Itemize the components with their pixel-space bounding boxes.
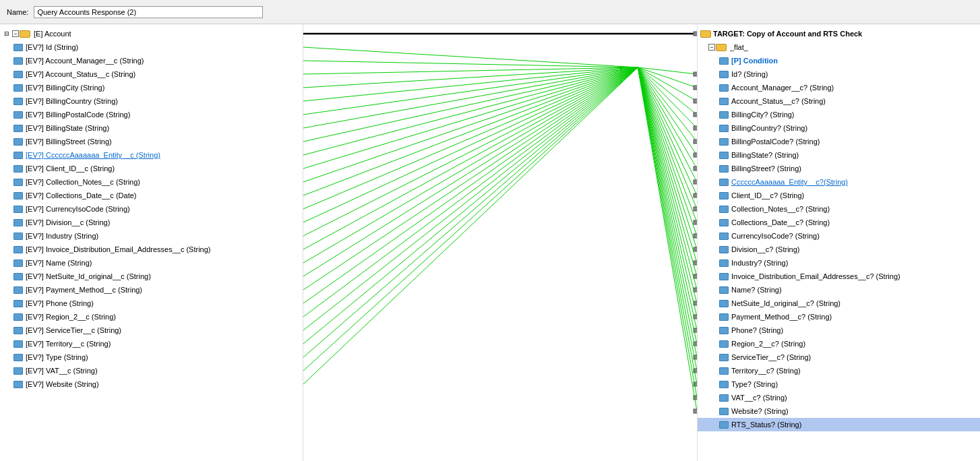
left-item[interactable]: [EV?] Region_2__c (String) [0, 310, 303, 324]
doc-icon [719, 98, 729, 105]
doc-icon [719, 421, 729, 429]
doc-icon [719, 394, 729, 402]
doc-icon [13, 246, 23, 253]
right-item[interactable]: CcccccAaaaaaa_Entity__c?(String) [698, 175, 980, 189]
right-item[interactable]: Region_2__c? (String) [698, 337, 980, 350]
right-item[interactable]: Industry? (String) [698, 256, 980, 270]
right-item[interactable]: ServiceTier__c? (String) [698, 350, 980, 364]
left-item[interactable]: [EV?] Website (String) [0, 377, 303, 391]
left-item[interactable]: [EV?] Id (String) [0, 40, 303, 54]
right-item[interactable]: CurrencyIsoCode? (String) [698, 229, 980, 243]
right-item[interactable]: Collection_Notes__c? (String) [698, 202, 980, 216]
right-item-label: CurrencyIsoCode? (String) [731, 232, 820, 240]
right-item[interactable]: Territory__c? (String) [698, 364, 980, 377]
right-item-label: Client_ID__c? (String) [731, 191, 804, 199]
right-item[interactable]: Website? (String) [698, 404, 980, 418]
right-item[interactable]: BillingCountry? (String) [698, 121, 980, 135]
right-item-label: Type? (String) [731, 380, 778, 388]
doc-icon [13, 327, 23, 334]
doc-icon [13, 192, 23, 199]
doc-icon [719, 367, 729, 375]
name-label: Name: [7, 8, 28, 16]
doc-icon [719, 381, 729, 388]
right-item-label: BillingPostalCode? (String) [731, 137, 820, 146]
flat-label: _flat_ [730, 43, 748, 51]
left-item[interactable]: [EV?] Collections_Date__c (Date) [0, 189, 303, 202]
root-node[interactable]: ⊟ − [E] Account [0, 27, 303, 40]
left-item[interactable]: [EV?] NetSuite_Id_original__c (String) [0, 270, 303, 283]
left-item[interactable]: [EV?] VAT__c (String) [0, 364, 303, 377]
svg-rect-26 [694, 409, 697, 413]
right-item[interactable]: Phone? (String) [698, 324, 980, 337]
left-item[interactable]: [EV?] Account_Manager__c (String) [0, 54, 303, 67]
doc-icon [719, 179, 729, 186]
right-item[interactable]: NetSuite_Id_original__c? (String) [698, 297, 980, 310]
svg-rect-27 [694, 32, 697, 36]
svg-rect-4 [694, 113, 697, 117]
left-item-label: [EV?] Account_Status__c (String) [26, 70, 135, 78]
right-item[interactable]: RTS_Status? (String) [698, 418, 980, 431]
left-item[interactable]: [EV?] Invoice_Distribution_Email_Address… [0, 243, 303, 256]
right-item-label: Phone? (String) [731, 326, 783, 334]
right-item[interactable]: BillingState? (String) [698, 148, 980, 162]
flat-collapse-box[interactable]: − [708, 44, 715, 51]
collapse-box[interactable]: − [12, 30, 19, 37]
left-item[interactable]: [EV?] BillingStreet (String) [0, 135, 303, 148]
left-item[interactable]: [EV?] CcccccAaaaaaa_Entity__c (String) [0, 148, 303, 162]
title-input[interactable] [34, 6, 263, 18]
left-item[interactable]: [EV?] CurrencyIsoCode (String) [0, 202, 303, 216]
left-item[interactable]: [EV?] Payment_Method__c (String) [0, 283, 303, 297]
right-item[interactable]: BillingPostalCode? (String) [698, 135, 980, 148]
right-item[interactable]: Account_Status__c? (String) [698, 94, 980, 108]
left-item[interactable]: [EV?] BillingPostalCode (String) [0, 108, 303, 121]
right-item[interactable]: [P] Condition [698, 54, 980, 67]
doc-icon [719, 125, 729, 132]
right-item[interactable]: Account_Manager__c? (String) [698, 81, 980, 94]
doc-icon [13, 165, 23, 173]
left-item[interactable]: [EV?] Type (String) [0, 350, 303, 364]
left-item-label: [EV?] ServiceTier__c (String) [26, 326, 121, 334]
right-item[interactable]: VAT__c? (String) [698, 391, 980, 404]
left-item[interactable]: [EV?] BillingCountry (String) [0, 94, 303, 108]
right-item[interactable]: BillingCity? (String) [698, 108, 980, 121]
doc-icon [13, 44, 23, 51]
main-container: ⊟ − [E] Account [EV?] Id (String)[EV?] A… [0, 24, 980, 461]
left-item[interactable]: [EV?] Industry (String) [0, 229, 303, 243]
right-item-label: Name? (String) [731, 286, 782, 294]
right-item-label: Collections_Date__c? (String) [731, 218, 830, 226]
left-item[interactable]: [EV?] BillingState (String) [0, 121, 303, 135]
right-item[interactable]: Division__c? (String) [698, 243, 980, 256]
left-item[interactable]: [EV?] Client_ID__c (String) [0, 162, 303, 175]
right-item-label: NetSuite_Id_original__c? (String) [731, 299, 840, 307]
doc-icon [719, 206, 729, 213]
doc-icon [13, 259, 23, 267]
right-item-label: Account_Manager__c? (String) [731, 84, 834, 92]
left-item[interactable]: [EV?] Division__c (String) [0, 216, 303, 229]
left-item[interactable]: [EV?] Account_Status__c (String) [0, 67, 303, 81]
left-item[interactable]: [EV?] Phone (String) [0, 297, 303, 310]
left-item[interactable]: [EV?] BillingCity (String) [0, 81, 303, 94]
expand-icon[interactable]: ⊟ [3, 30, 11, 38]
right-item[interactable]: Name? (String) [698, 283, 980, 297]
left-item-label: [EV?] Website (String) [26, 380, 99, 388]
left-item[interactable]: [EV?] Name (String) [0, 256, 303, 270]
left-item[interactable]: [EV?] Territory__c (String) [0, 337, 303, 350]
doc-icon [13, 340, 23, 348]
right-item-label: Region_2__c? (String) [731, 340, 805, 348]
right-item[interactable]: Invoice_Distribution_Email_Addresses__c?… [698, 270, 980, 283]
left-item[interactable]: [EV?] ServiceTier__c (String) [0, 324, 303, 337]
target-label: TARGET: Copy of Account and RTS Check [713, 30, 862, 38]
doc-icon [719, 71, 729, 78]
left-item-label: [EV?] Invoice_Distribution_Email_Address… [26, 245, 211, 253]
left-item[interactable]: [EV?] Collection_Notes__c (String) [0, 175, 303, 189]
svg-rect-8 [694, 166, 697, 171]
doc-icon [13, 367, 23, 375]
right-item-label: ServiceTier__c? (String) [731, 353, 811, 361]
right-item[interactable]: Payment_Method__c? (String) [698, 310, 980, 324]
right-item[interactable]: Collections_Date__c? (String) [698, 216, 980, 229]
right-item[interactable]: BillingStreet? (String) [698, 162, 980, 175]
right-item[interactable]: Id? (String) [698, 67, 980, 81]
right-item[interactable]: Client_ID__c? (String) [698, 189, 980, 202]
svg-rect-14 [694, 247, 697, 251]
right-item[interactable]: Type? (String) [698, 377, 980, 391]
